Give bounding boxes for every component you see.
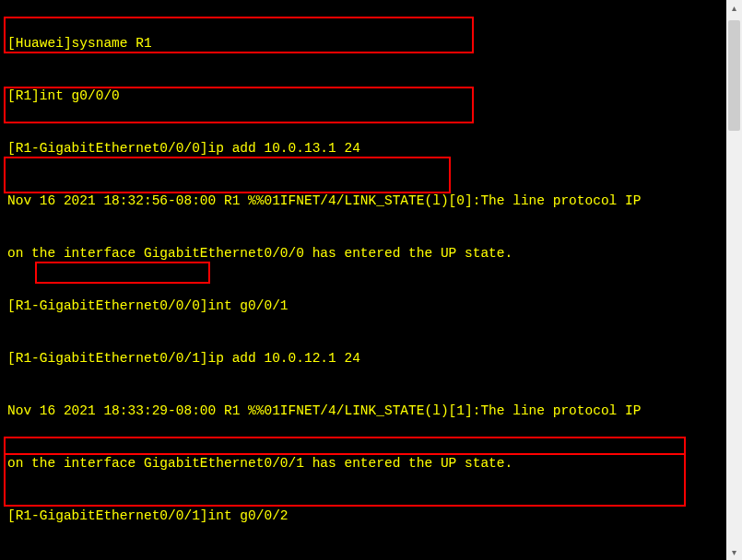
highlight-box bbox=[4, 437, 686, 455]
cli-line: [R1-GigabitEthernet0/0/0]ip add 10.0.13.… bbox=[7, 140, 735, 158]
cli-line: on the interface GigabitEthernet0/0/0 ha… bbox=[7, 245, 735, 262]
cli-line: [R1-GigabitEthernet0/0/0]int g0/0/1 bbox=[7, 298, 735, 315]
cli-line: [R1-GigabitEthernet0/0/1]ip add 10.0.12.… bbox=[7, 350, 735, 368]
chevron-down-icon: ▾ bbox=[732, 547, 736, 557]
cli-line: on the interface GigabitEthernet0/0/1 ha… bbox=[7, 455, 735, 472]
scroll-up-button[interactable]: ▴ bbox=[726, 0, 742, 16]
scrollbar-track[interactable] bbox=[726, 16, 742, 544]
cli-line: [R1]int g0/0/0 bbox=[7, 88, 735, 105]
highlight-box bbox=[35, 262, 210, 284]
terminal-output[interactable]: [Huawei]sysname R1 [R1]int g0/0/0 [R1-Gi… bbox=[0, 0, 742, 560]
scrollbar-thumb[interactable] bbox=[728, 20, 740, 131]
cli-line: Nov 16 2021 18:33:29-08:00 R1 %%01IFNET/… bbox=[7, 402, 735, 420]
vertical-scrollbar[interactable]: ▴ ▾ bbox=[726, 0, 742, 560]
highlight-box bbox=[4, 157, 451, 193]
chevron-up-icon: ▴ bbox=[732, 3, 736, 13]
cli-line: [R1-GigabitEthernet0/0/1]int g0/0/2 bbox=[7, 508, 735, 525]
cli-line: [Huawei]sysname R1 bbox=[7, 35, 735, 52]
scroll-down-button[interactable]: ▾ bbox=[726, 544, 742, 560]
cli-line: Nov 16 2021 18:32:56-08:00 R1 %%01IFNET/… bbox=[7, 192, 735, 210]
